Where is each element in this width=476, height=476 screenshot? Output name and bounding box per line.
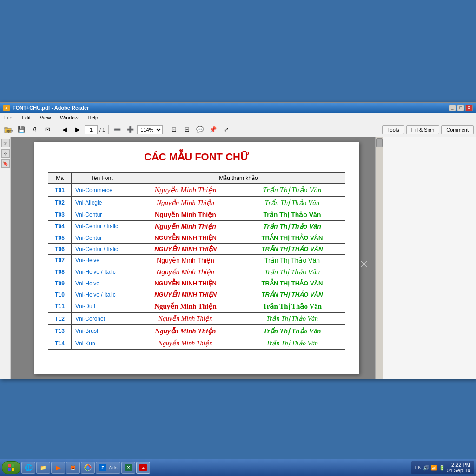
cell-id: T12 (48, 313, 72, 325)
zoom-select[interactable]: 114% 100% 75% 50% 150% (137, 125, 163, 134)
cell-font-name: Vni-Duff (72, 300, 132, 313)
zoom-out-button[interactable]: ➖ (111, 124, 123, 135)
bookmark-icon[interactable]: 🔖 (1, 159, 10, 168)
cell-sample-1: NGUYỄN MINH THIỆN (132, 289, 239, 300)
table-row: T14 Vni-Kun Nguyễn Minh Thiện Trần Thị T… (48, 337, 345, 350)
zoom-in-button[interactable]: ➕ (124, 124, 136, 135)
cell-sample-1: Nguyễn Minh Thiện (132, 313, 239, 325)
table-row: T11 Vni-Duff Nguyễn Minh Thiện Trần Thị … (48, 300, 345, 313)
cell-sample-2: TRẦN THỊ THẢO VÂN (239, 278, 345, 289)
cell-sample-2: Trần Thị Thảo Vân (239, 197, 345, 209)
taskbar-excel[interactable]: X (121, 462, 135, 474)
app-icon: A (3, 105, 10, 111)
title-bar: A FONT+CHU.pdf - Adobe Reader _ □ ✕ (0, 103, 476, 113)
svg-point-10 (86, 466, 89, 469)
svg-rect-3 (5, 127, 7, 129)
cell-sample-1: Nguyễn Minh Thiện (132, 255, 239, 266)
fit-page-button[interactable]: ⊡ (168, 124, 180, 135)
separator-1 (56, 125, 56, 134)
cell-sample-2: Trần Thị Thảo Vân (239, 313, 345, 325)
taskbar-ie[interactable]: 🌐 (21, 462, 35, 474)
select-tool-icon[interactable]: ⊹ (1, 149, 10, 158)
maximize-button[interactable]: □ (457, 105, 464, 111)
next-page-button[interactable]: ▶ (72, 124, 84, 135)
clock-time: 2:22 PM (447, 462, 470, 468)
folder-icon: 📁 (40, 464, 47, 471)
prev-page-button[interactable]: ◀ (59, 124, 71, 135)
ie-icon: 🌐 (25, 464, 32, 471)
col-header-ma: Mã (48, 173, 72, 184)
table-row: T03 Vni-Centur Nguyễn Minh Thiện Trần Th… (48, 209, 345, 221)
window-title: FONT+CHU.pdf - Adobe Reader (13, 105, 89, 111)
taskbar: 🌐 📁 ▶ 🦊 (0, 459, 476, 476)
menu-help[interactable]: Help (86, 114, 100, 121)
svg-rect-7 (8, 468, 11, 471)
cell-sample-2: Trần Thị Thảo Vân (239, 337, 345, 350)
fill-sign-button[interactable]: Fill & Sign (406, 125, 440, 134)
taskbar-media-player[interactable]: ▶ (51, 462, 65, 474)
cell-sample-2: Trần Thị Thảo Vân (239, 209, 345, 221)
print-button[interactable]: 🖨 (28, 124, 40, 135)
cell-id: T06 (48, 244, 72, 255)
menu-file[interactable]: File (2, 114, 14, 121)
window-controls: _ □ ✕ (449, 105, 473, 111)
fullscreen-button[interactable]: ⤢ (220, 124, 232, 135)
email-button[interactable]: ✉ (41, 124, 53, 135)
table-row: T12 Vni-Coronet Nguyễn Minh Thiện Trần T… (48, 313, 345, 325)
start-button[interactable] (2, 461, 20, 474)
scrollbar-thumb[interactable] (376, 138, 383, 147)
system-tray: EN 🔊 📶 🔋 2:22 PM 04-Sep-19 (411, 461, 474, 474)
menu-view[interactable]: View (38, 114, 53, 121)
vertical-scrollbar[interactable] (375, 137, 383, 379)
separator-2 (108, 125, 109, 134)
cell-sample-2: TRẦN THỊ THẢO VÂN (239, 289, 345, 300)
taskbar-adobe[interactable]: A (136, 462, 150, 474)
cell-sample-2: Trần Thị Thảo Vân (239, 255, 345, 266)
minimize-button[interactable]: _ (449, 105, 456, 111)
taskbar-chrome[interactable] (81, 462, 95, 474)
save-button[interactable]: 💾 (15, 124, 27, 135)
doc-area[interactable]: CÁC MẪU FONT CHỮ Mã Tên Font Mẫu tham kh… (11, 137, 383, 379)
tools-button[interactable]: Tools (382, 125, 404, 134)
font-table: Mã Tên Font Mẫu tham khảo T01 Vni-Commer… (48, 172, 345, 350)
cell-id: T05 (48, 232, 72, 244)
taskbar-firefox[interactable]: 🦊 (66, 462, 80, 474)
cell-sample-1: Nguyễn Minh Thiện (132, 266, 239, 278)
table-row: T04 Vni-Centur / Italic Nguyễn Minh Thiệ… (48, 221, 345, 232)
cell-sample-1: Nguyễn Minh Thiện (132, 221, 239, 232)
menu-window[interactable]: Window (58, 114, 80, 121)
close-button[interactable]: ✕ (465, 105, 473, 111)
cell-id: T08 (48, 266, 72, 278)
cell-id: T07 (48, 255, 72, 266)
cell-sample-1: NGUYỄN MINH THIỆN (132, 278, 239, 289)
taskbar-zalo[interactable]: Z Zalo (96, 462, 120, 474)
cell-id: T10 (48, 289, 72, 300)
fit-width-button[interactable]: ⊟ (181, 124, 193, 135)
title-bar-left: A FONT+CHU.pdf - Adobe Reader (3, 105, 89, 111)
cell-id: T04 (48, 221, 72, 232)
cell-sample-2: Trần Thị Thảo Vân (239, 221, 345, 232)
cell-font-name: Vni-Allegie (72, 197, 132, 209)
comment-panel-button[interactable]: Comment (441, 125, 474, 134)
table-row: T07 Vni-Helve Nguyễn Minh Thiện Trần Thị… (48, 255, 345, 266)
cell-id: T11 (48, 300, 72, 313)
cell-id: T01 (48, 184, 72, 197)
hand-tool-icon[interactable]: ☞ (1, 139, 10, 147)
page-total: / 1 (99, 127, 106, 132)
stamp-button[interactable]: 📌 (207, 124, 219, 135)
cell-sample-1: Nguyễn Minh Thiện (132, 300, 239, 313)
menu-edit[interactable]: Edit (20, 114, 33, 121)
chrome-icon (84, 464, 92, 471)
comment-button[interactable]: 💬 (194, 124, 206, 135)
svg-text:Open: Open (6, 129, 13, 133)
left-panel: ☞ ⊹ 🔖 (0, 137, 11, 379)
adobe-icon: A (139, 464, 147, 471)
open-button[interactable]: Open (2, 124, 14, 135)
page-number-input[interactable] (85, 125, 98, 134)
taskbar-file-explorer[interactable]: 📁 (36, 462, 50, 474)
cell-font-name: Vni-Centur / Italic (72, 221, 132, 232)
language-indicator: EN (415, 465, 422, 470)
table-row: T13 Vni-Brush Nguyễn Minh Thiện Trần Thị… (48, 325, 345, 337)
cell-id: T02 (48, 197, 72, 209)
network-icon: 📶 (431, 465, 437, 471)
